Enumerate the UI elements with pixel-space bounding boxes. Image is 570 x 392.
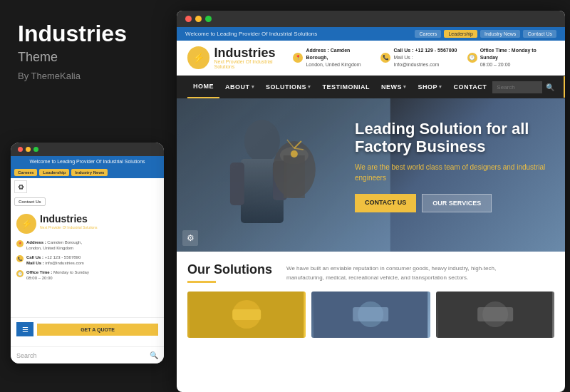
desktop-minimize-dot [195, 16, 202, 22]
top-pill-contact[interactable]: Contact Us [523, 30, 556, 38]
mobile-search-icon[interactable]: 🔍 [150, 351, 158, 359]
svg-point-1 [244, 120, 280, 163]
site-location-icon: 📍 [293, 53, 303, 63]
mobile-clock-icon: 🕐 [16, 270, 24, 277]
solutions-image-3 [436, 292, 554, 338]
site-logo: ⚡ Industries Next Provider Of Industrial… [187, 46, 293, 69]
svg-rect-20 [477, 307, 513, 321]
mobile-window-controls [11, 143, 164, 156]
theme-title: Industries [18, 21, 153, 46]
site-logo-tagline: Next Provider Of Industrial Solutions [214, 59, 293, 69]
site-logo-text: Industries Next Provider Of Industrial S… [214, 46, 293, 69]
svg-rect-14 [232, 309, 261, 320]
site-address-text: Address : Camden Borough, London, United… [306, 47, 372, 68]
mobile-logo-name: Industries [40, 214, 98, 224]
mobile-logo-icon: ⚡ [16, 214, 36, 234]
nav-testimonial[interactable]: TESTIMONIAL [317, 76, 376, 98]
site-nav: HOME ABOUT ▾ SOLUTIONS ▾ TESTIMONIAL NEW… [177, 76, 565, 98]
nav-home[interactable]: HOME [187, 76, 219, 98]
site-call-text: Call Us : +12 129 - 5567000 Mail Us : In… [393, 47, 458, 68]
mobile-close-dot [18, 147, 23, 152]
mobile-logo-tagline: Next Provider Of Industrial Solutions [40, 225, 98, 229]
mobile-logo-text-wrap: Industries Next Provider Of Industrial S… [40, 214, 98, 229]
top-pill-leadership[interactable]: Leadership [444, 30, 477, 38]
hero-contact-button[interactable]: Contact Us [355, 194, 416, 212]
desktop-expand-dot [205, 16, 212, 22]
nav-about[interactable]: ABOUT ▾ [219, 76, 260, 98]
nav-contact[interactable]: CONTACT [448, 76, 493, 98]
site-office-text: Office Time : Monday to Sunday 08:00 – 2… [480, 47, 554, 68]
nav-shop[interactable]: SHOP ▾ [413, 76, 448, 98]
hero-gear-icon: ⚙ [182, 230, 198, 246]
mobile-info-section: 📍 Address : Camden Borough,London, Unite… [11, 239, 164, 287]
site-hero: Leading Solution for all Factory Busines… [177, 98, 565, 252]
site-logo-name: Industries [214, 46, 293, 59]
mobile-search-bar: Search 🔍 [11, 346, 164, 363]
mobile-call-row: 📞 Call Us : +12 123 - 5567890Mail Us : i… [16, 254, 158, 267]
hero-title: Leading Solution for all Factory Busines… [355, 120, 554, 156]
solutions-section: Our Solutions We have built an enviable … [177, 252, 565, 345]
nav-search-icon[interactable]: 🔍 [546, 83, 554, 91]
theme-subtitle: Theme [18, 50, 153, 65]
mobile-menu-button[interactable]: ☰ [16, 322, 33, 336]
mobile-office-row: 🕐 Office Time : Monday to Sunday08:00 – … [16, 269, 158, 282]
nav-search-input[interactable] [492, 81, 542, 93]
hero-content: Leading Solution for all Factory Busines… [355, 120, 554, 212]
solutions-image-1 [187, 292, 306, 338]
svg-rect-3 [230, 163, 244, 205]
mobile-nav-pills: Careers Leadership Industry News [11, 167, 164, 178]
svg-rect-17 [353, 307, 388, 321]
nav-search: 🔍 GET A QUOTE [492, 76, 565, 98]
nav-solutions[interactable]: SOLUTIONS ▾ [260, 76, 317, 98]
left-panel: Industries Theme By ThemeKalia Welcome t… [0, 0, 171, 392]
mobile-search-placeholder: Search [16, 352, 37, 359]
mobile-pill-leadership[interactable]: Leadership [39, 169, 69, 176]
site-logo-icon: ⚡ [187, 46, 209, 69]
nav-quote-button[interactable]: GET A QUOTE [564, 76, 565, 98]
mobile-banner: Welcome to Leading Provider Of Industria… [11, 156, 164, 167]
mobile-mockup: Welcome to Leading Provider Of Industria… [11, 143, 164, 363]
mobile-call-text: Call Us : +12 123 - 5567890Mail Us : inf… [26, 254, 84, 267]
svg-rect-7 [284, 155, 305, 198]
theme-author: By ThemeKalia [18, 71, 153, 81]
desktop-window-controls [177, 11, 565, 27]
site-header: ⚡ Industries Next Provider Of Industrial… [177, 41, 565, 76]
mobile-minimize-dot [26, 147, 31, 152]
hero-buttons: Contact Us Our Services [355, 194, 554, 212]
solutions-images [187, 292, 554, 338]
desktop-mockup: Welcome to Leading Provider Of Industria… [177, 11, 565, 392]
site-header-info: 📍 Address : Camden Borough, London, Unit… [293, 47, 554, 68]
mobile-pill-industry[interactable]: Industry News [71, 169, 108, 176]
top-pill-industry[interactable]: Industry News [480, 30, 520, 38]
site-top-bar-message: Welcome to Leading Provider Of Industria… [185, 31, 317, 37]
solutions-header: Our Solutions We have built an enviable … [187, 262, 554, 283]
mobile-office-text: Office Time : Monday to Sunday08:00 – 20… [26, 269, 89, 282]
mobile-phone-icon: 📞 [16, 255, 24, 262]
solutions-description: We have built an enviable reputation in … [286, 262, 529, 283]
mobile-gear-icon[interactable]: ⚙ [14, 180, 27, 193]
svg-point-8 [291, 150, 298, 158]
hero-subtitle: We are the best world class team of desi… [355, 162, 554, 183]
mobile-location-icon: 📍 [16, 240, 24, 247]
site-call-info: 📞 Call Us : +12 129 - 5567000 Mail Us : … [380, 47, 458, 68]
hero-services-button[interactable]: Our Services [422, 194, 492, 212]
solutions-title: Our Solutions [187, 262, 272, 277]
solutions-title-wrap: Our Solutions [187, 262, 272, 283]
mobile-quote-button[interactable]: GET A QUOTE [37, 324, 158, 336]
site-office-info: 🕐 Office Time : Monday to Sunday 08:00 –… [467, 47, 554, 68]
mobile-pill-careers[interactable]: Careers [14, 169, 37, 176]
solutions-image-2 [311, 292, 430, 338]
mobile-expand-dot [33, 147, 38, 152]
site-nav-items: HOME ABOUT ▾ SOLUTIONS ▾ TESTIMONIAL NEW… [187, 76, 492, 98]
mobile-logo-section: ⚡ Industries Next Provider Of Industrial… [11, 208, 164, 239]
site-top-bar-pills: Careers Leadership Industry News Contact… [415, 30, 556, 38]
site-clock-icon: 🕐 [467, 53, 477, 63]
site-top-bar: Welcome to Leading Provider Of Industria… [177, 27, 565, 41]
nav-news[interactable]: NEWS ▾ [375, 76, 413, 98]
site-address-info: 📍 Address : Camden Borough, London, Unit… [293, 47, 372, 68]
desktop-close-dot [185, 16, 192, 22]
mobile-contact-pill[interactable]: Contact Us [14, 197, 46, 206]
site-phone-icon: 📞 [380, 53, 390, 63]
top-pill-careers[interactable]: Careers [415, 30, 441, 38]
mobile-cta-bar: ☰ GET A QUOTE [11, 317, 164, 341]
